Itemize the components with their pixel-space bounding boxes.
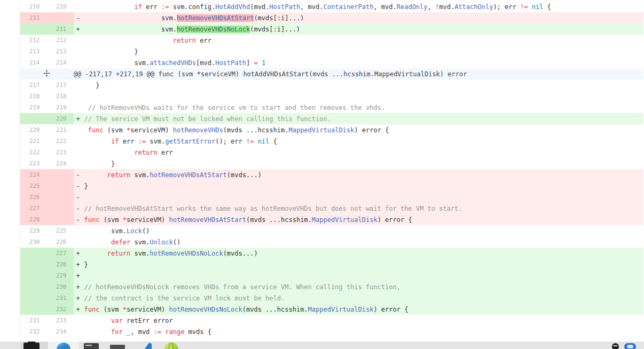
diff-row: 232+func (svm *serviceVM) hotRemoveVHDsN… — [20, 304, 644, 315]
visual-studio-icon[interactable] — [138, 343, 152, 349]
line-number-old[interactable]: 213 — [20, 46, 47, 57]
line-number-old[interactable]: 224 — [20, 169, 47, 180]
line-number-old[interactable]: 220 — [20, 124, 47, 136]
line-number-new[interactable]: 210 — [47, 1, 74, 12]
line-number-old[interactable]: 221 — [20, 136, 47, 147]
green-sphere-icon[interactable] — [164, 343, 178, 349]
line-number-old[interactable]: 222 — [20, 147, 47, 158]
code-line: - svm.hotRemoveVHDsAtStart(mvds[:i]...) — [74, 12, 644, 23]
line-number-new[interactable] — [47, 192, 74, 203]
code-token: (svm — [99, 306, 122, 313]
line-number-new[interactable] — [47, 214, 74, 225]
code-token: getStartError — [165, 138, 215, 145]
code-token: 1 — [262, 59, 265, 67]
code-token: hotRemoveVHDs — [173, 126, 223, 134]
line-number-new[interactable]: 228 — [47, 259, 74, 270]
line-number-new[interactable]: 227 — [47, 248, 74, 259]
code-line: } — [74, 158, 644, 169]
line-number-new[interactable]: 221 — [47, 124, 74, 136]
line-number-old[interactable] — [20, 304, 47, 315]
code-line — [74, 91, 644, 102]
line-number-new[interactable]: 217 — [47, 80, 74, 91]
code-token: } — [84, 160, 115, 168]
diff-row: 220221 func (svm *serviceVM) hotRemoveVH… — [20, 124, 644, 136]
code-token: func — [88, 126, 104, 134]
line-number-old[interactable]: 230 — [20, 236, 47, 248]
line-number-new[interactable]: 229 — [47, 270, 74, 281]
line-number-new[interactable]: 211 — [47, 23, 74, 35]
line-number-new[interactable]: 232 — [47, 304, 74, 315]
line-number-new[interactable]: 218 — [47, 91, 74, 102]
line-number-old[interactable]: 225 — [20, 180, 47, 192]
code-line: } — [74, 80, 644, 91]
line-number-new[interactable]: 220 — [47, 113, 74, 124]
line-number-old[interactable]: 223 — [20, 158, 47, 169]
code-line: -} — [74, 180, 644, 192]
diff-row: 230226 defer svm.Unlock() — [20, 236, 644, 248]
code-line: if err := svm.getStartError(); err != ni… — [74, 136, 644, 147]
line-number-new[interactable]: 225 — [47, 225, 74, 236]
line-number-old[interactable]: 217 — [20, 80, 47, 91]
line-number-old[interactable] — [20, 270, 47, 281]
code-token: HostPath — [269, 3, 300, 11]
line-number-new[interactable]: 213 — [47, 46, 74, 57]
diff-row: 227-// hotRemoveVHDsAtStart works the sa… — [20, 203, 644, 214]
line-number-old[interactable] — [20, 23, 47, 35]
line-number-new[interactable] — [47, 203, 74, 214]
line-number-old[interactable]: 228 — [20, 214, 47, 225]
line-number-old[interactable]: 212 — [20, 35, 47, 46]
line-number-old[interactable]: 231 — [20, 315, 47, 326]
line-number-old[interactable] — [20, 259, 47, 270]
line-number-old[interactable]: 226 — [20, 192, 47, 203]
code-line: defer svm.Unlock() — [74, 236, 644, 248]
line-number-old[interactable]: 227 — [20, 203, 47, 214]
code-token: mvd. — [439, 3, 454, 11]
code-token: MappedVirtualDisk — [288, 126, 354, 134]
code-token: svm. — [84, 59, 150, 67]
line-number-old[interactable]: 218 — [20, 91, 47, 102]
diff-row: 224- return svm.hotRemoveVHDsAtStart(mvd… — [20, 169, 644, 180]
code-token: } — [84, 183, 88, 190]
diff-marker: - — [74, 183, 84, 190]
code-token: hotRemoveVHDsAtStart — [150, 171, 227, 179]
line-number-old[interactable] — [20, 248, 47, 259]
diff-row: 231+// the contract is the service VM lo… — [20, 292, 644, 304]
line-number-new[interactable]: 224 — [47, 158, 74, 169]
expand-diff-icon[interactable] — [43, 70, 50, 77]
line-number-new[interactable]: 219 — [47, 102, 74, 113]
line-number-old[interactable]: 232 — [20, 326, 47, 337]
line-number-new[interactable]: 212 — [47, 35, 74, 46]
line-number-old[interactable]: 219 — [20, 102, 47, 113]
line-number-new[interactable]: 231 — [47, 292, 74, 304]
line-number-old[interactable]: 210 — [20, 1, 47, 12]
line-number-old[interactable] — [20, 292, 47, 304]
code-token: serviceVM) — [127, 306, 169, 313]
code-token: range — [165, 328, 184, 336]
code-line: +// The service VM must not be locked wh… — [74, 113, 644, 124]
line-number-new[interactable] — [47, 12, 74, 23]
code-token — [84, 328, 112, 336]
line-number-new[interactable]: 234 — [47, 326, 74, 337]
hunk-header-text: @@ -217,17 +217,19 @@ func (svm *service… — [74, 68, 644, 80]
line-number-old[interactable] — [20, 113, 47, 124]
tray-dark-icon[interactable] — [612, 343, 619, 349]
line-number-new[interactable]: 222 — [47, 136, 74, 147]
tray-blue-icon[interactable] — [624, 343, 636, 349]
line-number-old[interactable]: 211 — [20, 12, 47, 23]
line-number-new[interactable] — [47, 169, 74, 180]
code-token: = — [254, 59, 257, 67]
line-number-new[interactable] — [47, 180, 74, 192]
terminal-window-icon[interactable] — [84, 343, 99, 349]
line-number-old[interactable] — [20, 281, 47, 292]
line-number-old[interactable]: 214 — [20, 57, 47, 68]
line-number-new[interactable]: 230 — [47, 281, 74, 292]
line-number-new[interactable]: 223 — [47, 147, 74, 158]
code-token — [84, 126, 88, 134]
diff-marker: + — [74, 261, 84, 268]
printer-icon[interactable] — [23, 343, 40, 349]
line-number-new[interactable]: 214 — [47, 57, 74, 68]
dark-app-icon[interactable] — [110, 345, 125, 349]
line-number-new[interactable]: 226 — [47, 236, 74, 248]
line-number-new[interactable]: 233 — [47, 315, 74, 326]
line-number-old[interactable]: 229 — [20, 225, 47, 236]
